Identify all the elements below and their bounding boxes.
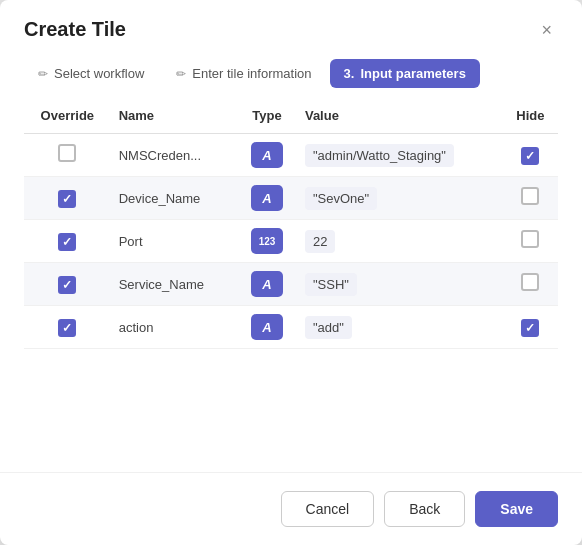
col-header-type: Type [237, 102, 297, 134]
step-enter-tile-info-label: Enter tile information [192, 66, 311, 81]
override-cell [24, 263, 111, 306]
save-button[interactable]: Save [475, 491, 558, 527]
table-row: Service_NameA"SSH" [24, 263, 558, 306]
override-cell [24, 306, 111, 349]
param-name: NMSCreden... [119, 148, 201, 163]
override-checkbox[interactable] [58, 233, 76, 251]
override-cell [24, 177, 111, 220]
hide-checkbox[interactable] [521, 230, 539, 248]
col-header-name: Name [111, 102, 237, 134]
table-row: NMSCreden...A"admin/Watto_Staging" [24, 134, 558, 177]
override-cell [24, 134, 111, 177]
hide-cell [503, 220, 558, 263]
cancel-button[interactable]: Cancel [281, 491, 375, 527]
hide-checkbox[interactable] [521, 187, 539, 205]
param-name: action [119, 320, 154, 335]
param-value: 22 [305, 230, 335, 253]
back-button[interactable]: Back [384, 491, 465, 527]
type-badge: A [251, 271, 283, 297]
create-tile-modal: Create Tile × ✏ Select workflow ✏ Enter … [0, 0, 582, 545]
hide-cell [503, 306, 558, 349]
type-badge: 123 [251, 228, 283, 254]
step-input-parameters[interactable]: 3. Input parameters [330, 59, 480, 88]
pencil-icon-2: ✏ [176, 67, 186, 81]
step-select-workflow-label: Select workflow [54, 66, 144, 81]
type-badge: A [251, 185, 283, 211]
parameters-table: Override Name Type Value Hide NMSCreden.… [24, 102, 558, 349]
hide-cell [503, 177, 558, 220]
type-cell: A [237, 134, 297, 177]
hide-checkbox[interactable] [521, 319, 539, 337]
step-enter-tile-info[interactable]: ✏ Enter tile information [162, 59, 325, 88]
close-button[interactable]: × [535, 19, 558, 41]
name-cell: action [111, 306, 237, 349]
param-name: Device_Name [119, 191, 201, 206]
step-input-parameters-label: Input parameters [360, 66, 465, 81]
name-cell: NMSCreden... [111, 134, 237, 177]
override-checkbox[interactable] [58, 190, 76, 208]
value-cell: "SSH" [297, 263, 503, 306]
param-value: "admin/Watto_Staging" [305, 144, 454, 167]
override-checkbox[interactable] [58, 276, 76, 294]
param-value: "SevOne" [305, 187, 377, 210]
hide-cell [503, 263, 558, 306]
table-row: actionA"add" [24, 306, 558, 349]
name-cell: Service_Name [111, 263, 237, 306]
name-cell: Device_Name [111, 177, 237, 220]
override-checkbox[interactable] [58, 144, 76, 162]
value-cell: "admin/Watto_Staging" [297, 134, 503, 177]
value-cell: "add" [297, 306, 503, 349]
type-badge: A [251, 142, 283, 168]
steps-bar: ✏ Select workflow ✏ Enter tile informati… [0, 51, 582, 102]
override-cell [24, 220, 111, 263]
modal-title: Create Tile [24, 18, 126, 41]
table-row: Device_NameA"SevOne" [24, 177, 558, 220]
step-select-workflow[interactable]: ✏ Select workflow [24, 59, 158, 88]
value-cell: 22 [297, 220, 503, 263]
col-header-value: Value [297, 102, 503, 134]
modal-header: Create Tile × [0, 0, 582, 51]
hide-checkbox[interactable] [521, 273, 539, 291]
hide-cell [503, 134, 558, 177]
col-header-override: Override [24, 102, 111, 134]
override-checkbox[interactable] [58, 319, 76, 337]
value-cell: "SevOne" [297, 177, 503, 220]
type-cell: 123 [237, 220, 297, 263]
type-badge: A [251, 314, 283, 340]
type-cell: A [237, 263, 297, 306]
param-name: Service_Name [119, 277, 204, 292]
step-input-parameters-number: 3. [344, 66, 355, 81]
pencil-icon: ✏ [38, 67, 48, 81]
type-cell: A [237, 306, 297, 349]
type-cell: A [237, 177, 297, 220]
param-value: "SSH" [305, 273, 357, 296]
col-header-hide: Hide [503, 102, 558, 134]
table-row: Port12322 [24, 220, 558, 263]
param-value: "add" [305, 316, 352, 339]
hide-checkbox[interactable] [521, 147, 539, 165]
modal-footer: Cancel Back Save [0, 472, 582, 545]
param-name: Port [119, 234, 143, 249]
parameters-table-container: Override Name Type Value Hide NMSCreden.… [0, 102, 582, 472]
name-cell: Port [111, 220, 237, 263]
